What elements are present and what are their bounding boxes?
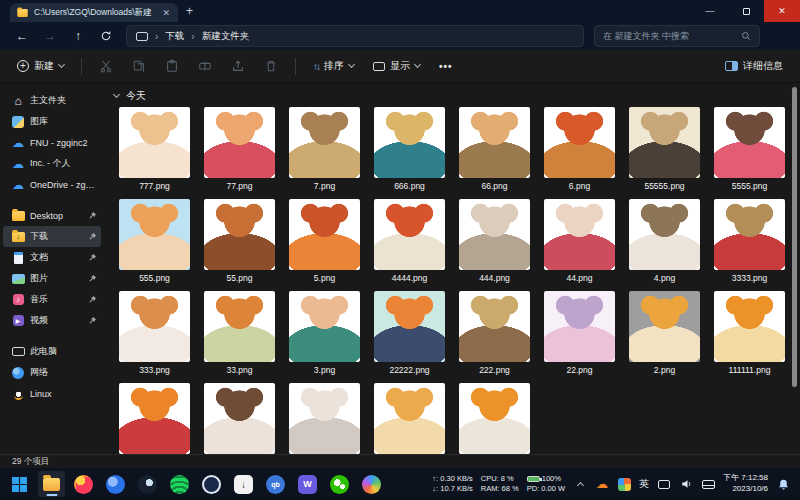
file-item[interactable]: 44.png [537, 199, 622, 283]
taskbar-app-file-explorer[interactable] [38, 471, 65, 497]
tablet-mode-icon[interactable] [657, 477, 671, 491]
taskbar-app-installer-app[interactable]: ↓ [230, 471, 257, 497]
file-item[interactable]: 5555.png [707, 107, 792, 191]
new-button[interactable]: + 新建 [12, 56, 69, 76]
file-item[interactable]: 6.png [537, 107, 622, 191]
delete-button[interactable] [259, 54, 283, 78]
file-item[interactable]: 3333.png [707, 199, 792, 283]
sidebar-item-documents[interactable]: 文档 [3, 247, 101, 268]
file-item[interactable]: 33.png [197, 291, 282, 375]
taskbar-app-sphere-app[interactable] [358, 471, 385, 497]
file-item[interactable]: 66.png [452, 107, 537, 191]
minimize-button[interactable]: — [692, 0, 728, 22]
taskbar-app-files-app[interactable] [102, 471, 129, 497]
breadcrumb-downloads[interactable]: 下载 [165, 30, 184, 43]
new-tab-button[interactable]: + [186, 4, 193, 18]
file-item[interactable]: 666.png [367, 107, 452, 191]
file-item[interactable]: 4.png [622, 199, 707, 283]
notifications-bell-icon[interactable] [776, 477, 790, 491]
file-thumbnail [289, 383, 360, 454]
file-item[interactable]: 555.png [112, 199, 197, 283]
file-item[interactable]: 222.png [452, 291, 537, 375]
file-item[interactable]: 7.png [282, 107, 367, 191]
cut-button[interactable] [94, 54, 118, 78]
clock[interactable]: 下午 7:12:58 2023/10/6 [723, 473, 768, 495]
file-item[interactable] [112, 383, 197, 454]
sidebar-item-desktop[interactable]: Desktop [3, 205, 101, 226]
rename-button[interactable] [193, 54, 217, 78]
file-item[interactable]: 22.png [537, 291, 622, 375]
file-item[interactable]: 333.png [112, 291, 197, 375]
photos-tray-icon[interactable] [617, 477, 631, 491]
tray-expand-button[interactable] [573, 477, 587, 491]
group-header-today[interactable]: 今天 [112, 87, 800, 104]
battery-power-monitor[interactable]: 100% PD: 0.00 W [527, 474, 565, 494]
file-item[interactable] [452, 383, 537, 454]
file-item[interactable]: 3.png [282, 291, 367, 375]
sidebar-item-linux[interactable]: Linux [3, 383, 101, 404]
paste-button[interactable] [160, 54, 184, 78]
cpu-ram-monitor[interactable]: CPU: 8 % RAM: 68 % [481, 474, 519, 494]
search-input[interactable]: 在 新建文件夹 中搜索 [594, 25, 760, 47]
close-button[interactable]: ✕ [764, 0, 800, 22]
sidebar-item-music[interactable]: ♪音乐 [3, 289, 101, 310]
sidebar-item-home[interactable]: ⌂主文件夹 [3, 90, 101, 111]
taskbar-app-firefox[interactable] [70, 471, 97, 497]
cloudflare-tray-icon[interactable]: ☁ [595, 477, 609, 491]
sidebar-item-thispc[interactable]: 此电脑 [3, 341, 101, 362]
forward-button[interactable]: → [38, 25, 62, 47]
file-item[interactable] [282, 383, 367, 454]
file-item[interactable]: 444.png [452, 199, 537, 283]
file-thumbnail [544, 291, 615, 362]
sidebar-item-gallery[interactable]: 图库 [3, 111, 101, 132]
network-monitor[interactable]: ↑: 0.30 KB/s ↓: 10.7 KB/s [432, 474, 472, 494]
view-button[interactable]: 显示 [368, 56, 425, 76]
taskbar-app-start[interactable] [6, 471, 33, 497]
file-item[interactable]: 77.png [197, 107, 282, 191]
sidebar-item-downloads[interactable]: ↓下载 [3, 226, 101, 247]
file-item[interactable] [367, 383, 452, 454]
copy-button[interactable] [127, 54, 151, 78]
file-item[interactable]: 4444.png [367, 199, 452, 283]
up-button[interactable]: ↑ [66, 25, 90, 47]
vertical-scrollbar[interactable] [792, 87, 797, 387]
taskbar-app-wechat[interactable] [326, 471, 353, 497]
files-app-icon [106, 475, 125, 494]
sidebar-item-pictures[interactable]: 图片 [3, 268, 101, 289]
sidebar-item-network[interactable]: 网络 [3, 362, 101, 383]
file-item[interactable]: 5.png [282, 199, 367, 283]
sidebar-item-fnu[interactable]: ☁FNU - zgqinc2 [3, 132, 101, 153]
taskbar-app-wallpaper-app[interactable]: W [294, 471, 321, 497]
touch-keyboard-icon[interactable] [701, 477, 715, 491]
file-item[interactable]: 777.png [112, 107, 197, 191]
breadcrumb-current-folder[interactable]: 新建文件夹 [202, 30, 250, 43]
file-thumbnail [204, 291, 275, 362]
sort-button[interactable]: ↑↓ 排序 [308, 56, 359, 76]
file-item[interactable] [197, 383, 282, 454]
taskbar-app-spotify[interactable] [166, 471, 193, 497]
share-button[interactable] [226, 54, 250, 78]
file-item[interactable]: 2.png [622, 291, 707, 375]
sidebar-item-onedrive[interactable]: ☁OneDrive - zgqinc [3, 174, 101, 195]
taskbar-app-browser-app[interactable] [198, 471, 225, 497]
file-item[interactable]: 111111.png [707, 291, 792, 375]
explorer-tab[interactable]: C:\Users\ZGQ\Downloads\新建 ✕ [10, 3, 178, 22]
taskbar-app-qbittorrent[interactable]: qb [262, 471, 289, 497]
more-options-button[interactable]: ••• [434, 58, 458, 75]
sidebar-item-inc[interactable]: ☁Inc. - 个人 [3, 153, 101, 174]
sphere-app-icon [362, 475, 381, 494]
file-item[interactable]: 22222.png [367, 291, 452, 375]
maximize-button[interactable] [728, 0, 764, 22]
taskbar-app-steam[interactable] [134, 471, 161, 497]
file-item[interactable]: 55.png [197, 199, 282, 283]
details-pane-button[interactable]: 详细信息 [720, 56, 788, 76]
ime-indicator[interactable]: 英 [639, 477, 649, 491]
volume-icon[interactable] [679, 477, 693, 491]
file-item[interactable]: 55555.png [622, 107, 707, 191]
tab-close-icon[interactable]: ✕ [160, 8, 172, 18]
back-button[interactable]: ← [10, 25, 34, 47]
share-icon [231, 59, 245, 73]
sidebar-item-videos[interactable]: ▶视频 [3, 310, 101, 331]
breadcrumb[interactable]: › 下载 › 新建文件夹 [126, 25, 584, 47]
refresh-button[interactable] [94, 25, 118, 47]
